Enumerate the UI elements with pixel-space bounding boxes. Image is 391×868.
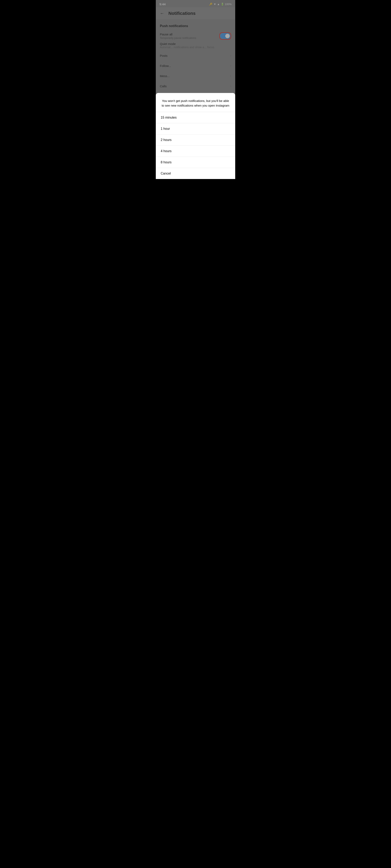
modal-overlay[interactable]: You won't get push notifications, but yo… — [156, 0, 235, 179]
option-1hour[interactable]: 1 hour — [156, 123, 235, 134]
cancel-button[interactable]: Cancel — [156, 168, 235, 179]
phone-container: 5:44 🔑 ▼ ▲ 🔋 100% ← Notifications Push n… — [156, 0, 235, 179]
option-8hours[interactable]: 8 hours — [156, 157, 235, 168]
option-15min[interactable]: 15 minutes — [156, 112, 235, 123]
option-2hours[interactable]: 2 hours — [156, 134, 235, 146]
modal-description: You won't get push notifications, but yo… — [156, 93, 235, 112]
modal-sheet: You won't get push notifications, but yo… — [156, 93, 235, 179]
option-4hours[interactable]: 4 hours — [156, 146, 235, 157]
